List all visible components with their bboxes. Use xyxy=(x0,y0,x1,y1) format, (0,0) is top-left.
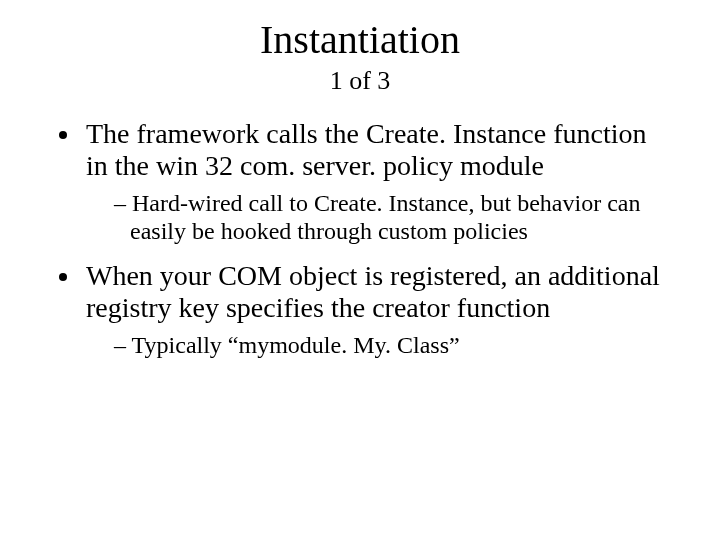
sub-bullet-text: Typically “mymodule. My. Class” xyxy=(132,332,460,358)
sub-bullet-text: Hard-wired call to Create. Instance, but… xyxy=(130,190,640,244)
bullet-list: The framework calls the Create. Instance… xyxy=(50,118,670,360)
bullet-text: When your COM object is registered, an a… xyxy=(86,260,660,323)
sub-bullet-list: Hard-wired call to Create. Instance, but… xyxy=(86,190,670,245)
slide-title: Instantiation xyxy=(50,18,670,62)
slide-subtitle: 1 of 3 xyxy=(50,66,670,96)
slide: Instantiation 1 of 3 The framework calls… xyxy=(0,0,720,540)
sub-bullet-item: Hard-wired call to Create. Instance, but… xyxy=(114,190,670,245)
bullet-text: The framework calls the Create. Instance… xyxy=(86,118,647,181)
bullet-item-1: The framework calls the Create. Instance… xyxy=(82,118,670,246)
sub-bullet-list: Typically “mymodule. My. Class” xyxy=(86,332,670,360)
sub-bullet-item: Typically “mymodule. My. Class” xyxy=(114,332,670,360)
bullet-item-2: When your COM object is registered, an a… xyxy=(82,260,670,360)
